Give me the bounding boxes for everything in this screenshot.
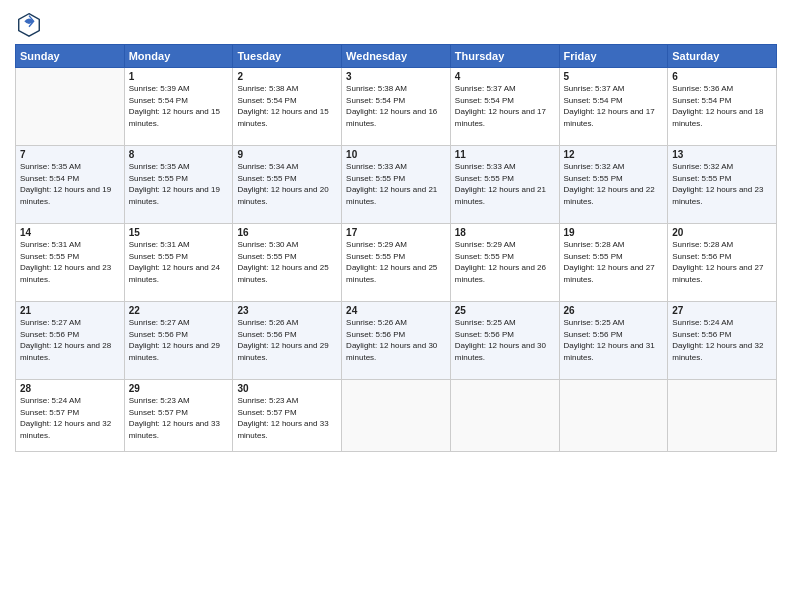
- day-number: 3: [346, 71, 446, 82]
- day-cell: 20Sunrise: 5:28 AMSunset: 5:56 PMDayligh…: [668, 224, 777, 302]
- day-number: 23: [237, 305, 337, 316]
- day-cell: 26Sunrise: 5:25 AMSunset: 5:56 PMDayligh…: [559, 302, 668, 380]
- day-number: 14: [20, 227, 120, 238]
- day-cell: 3Sunrise: 5:38 AMSunset: 5:54 PMDaylight…: [342, 68, 451, 146]
- day-info: Sunrise: 5:32 AMSunset: 5:55 PMDaylight:…: [564, 161, 664, 207]
- day-info: Sunrise: 5:35 AMSunset: 5:55 PMDaylight:…: [129, 161, 229, 207]
- day-info: Sunrise: 5:25 AMSunset: 5:56 PMDaylight:…: [564, 317, 664, 363]
- week-row-3: 14Sunrise: 5:31 AMSunset: 5:55 PMDayligh…: [16, 224, 777, 302]
- day-number: 11: [455, 149, 555, 160]
- logo-icon: [15, 10, 43, 38]
- day-number: 27: [672, 305, 772, 316]
- day-info: Sunrise: 5:23 AMSunset: 5:57 PMDaylight:…: [237, 395, 337, 441]
- calendar-header: SundayMondayTuesdayWednesdayThursdayFrid…: [16, 45, 777, 68]
- day-cell: 17Sunrise: 5:29 AMSunset: 5:55 PMDayligh…: [342, 224, 451, 302]
- day-info: Sunrise: 5:39 AMSunset: 5:54 PMDaylight:…: [129, 83, 229, 129]
- day-number: 26: [564, 305, 664, 316]
- day-info: Sunrise: 5:33 AMSunset: 5:55 PMDaylight:…: [455, 161, 555, 207]
- day-number: 4: [455, 71, 555, 82]
- calendar-body: 1Sunrise: 5:39 AMSunset: 5:54 PMDaylight…: [16, 68, 777, 452]
- weekday-header-monday: Monday: [124, 45, 233, 68]
- weekday-header-saturday: Saturday: [668, 45, 777, 68]
- day-info: Sunrise: 5:26 AMSunset: 5:56 PMDaylight:…: [237, 317, 337, 363]
- weekday-header-friday: Friday: [559, 45, 668, 68]
- day-info: Sunrise: 5:30 AMSunset: 5:55 PMDaylight:…: [237, 239, 337, 285]
- weekday-header-wednesday: Wednesday: [342, 45, 451, 68]
- day-cell: 30Sunrise: 5:23 AMSunset: 5:57 PMDayligh…: [233, 380, 342, 452]
- day-cell: 11Sunrise: 5:33 AMSunset: 5:55 PMDayligh…: [450, 146, 559, 224]
- day-cell: 29Sunrise: 5:23 AMSunset: 5:57 PMDayligh…: [124, 380, 233, 452]
- day-cell: 8Sunrise: 5:35 AMSunset: 5:55 PMDaylight…: [124, 146, 233, 224]
- day-cell: 9Sunrise: 5:34 AMSunset: 5:55 PMDaylight…: [233, 146, 342, 224]
- day-number: 13: [672, 149, 772, 160]
- day-cell: 14Sunrise: 5:31 AMSunset: 5:55 PMDayligh…: [16, 224, 125, 302]
- day-number: 12: [564, 149, 664, 160]
- day-cell: 5Sunrise: 5:37 AMSunset: 5:54 PMDaylight…: [559, 68, 668, 146]
- day-cell: 18Sunrise: 5:29 AMSunset: 5:55 PMDayligh…: [450, 224, 559, 302]
- day-info: Sunrise: 5:35 AMSunset: 5:54 PMDaylight:…: [20, 161, 120, 207]
- day-info: Sunrise: 5:31 AMSunset: 5:55 PMDaylight:…: [129, 239, 229, 285]
- day-number: 25: [455, 305, 555, 316]
- day-number: 16: [237, 227, 337, 238]
- day-number: 20: [672, 227, 772, 238]
- calendar-page: SundayMondayTuesdayWednesdayThursdayFrid…: [0, 0, 792, 612]
- day-cell: [16, 68, 125, 146]
- weekday-header-thursday: Thursday: [450, 45, 559, 68]
- day-info: Sunrise: 5:25 AMSunset: 5:56 PMDaylight:…: [455, 317, 555, 363]
- day-cell: 25Sunrise: 5:25 AMSunset: 5:56 PMDayligh…: [450, 302, 559, 380]
- page-header: [15, 10, 777, 38]
- day-info: Sunrise: 5:34 AMSunset: 5:55 PMDaylight:…: [237, 161, 337, 207]
- day-cell: [668, 380, 777, 452]
- day-number: 29: [129, 383, 229, 394]
- logo: [15, 10, 45, 38]
- day-cell: 22Sunrise: 5:27 AMSunset: 5:56 PMDayligh…: [124, 302, 233, 380]
- day-info: Sunrise: 5:33 AMSunset: 5:55 PMDaylight:…: [346, 161, 446, 207]
- day-number: 9: [237, 149, 337, 160]
- day-number: 15: [129, 227, 229, 238]
- day-info: Sunrise: 5:29 AMSunset: 5:55 PMDaylight:…: [346, 239, 446, 285]
- day-number: 22: [129, 305, 229, 316]
- day-number: 5: [564, 71, 664, 82]
- day-cell: 15Sunrise: 5:31 AMSunset: 5:55 PMDayligh…: [124, 224, 233, 302]
- day-cell: 1Sunrise: 5:39 AMSunset: 5:54 PMDaylight…: [124, 68, 233, 146]
- day-number: 2: [237, 71, 337, 82]
- day-info: Sunrise: 5:27 AMSunset: 5:56 PMDaylight:…: [20, 317, 120, 363]
- day-cell: 28Sunrise: 5:24 AMSunset: 5:57 PMDayligh…: [16, 380, 125, 452]
- day-cell: 7Sunrise: 5:35 AMSunset: 5:54 PMDaylight…: [16, 146, 125, 224]
- day-cell: 21Sunrise: 5:27 AMSunset: 5:56 PMDayligh…: [16, 302, 125, 380]
- day-info: Sunrise: 5:32 AMSunset: 5:55 PMDaylight:…: [672, 161, 772, 207]
- day-cell: 27Sunrise: 5:24 AMSunset: 5:56 PMDayligh…: [668, 302, 777, 380]
- day-info: Sunrise: 5:27 AMSunset: 5:56 PMDaylight:…: [129, 317, 229, 363]
- day-number: 17: [346, 227, 446, 238]
- day-info: Sunrise: 5:23 AMSunset: 5:57 PMDaylight:…: [129, 395, 229, 441]
- week-row-4: 21Sunrise: 5:27 AMSunset: 5:56 PMDayligh…: [16, 302, 777, 380]
- week-row-2: 7Sunrise: 5:35 AMSunset: 5:54 PMDaylight…: [16, 146, 777, 224]
- day-info: Sunrise: 5:28 AMSunset: 5:56 PMDaylight:…: [672, 239, 772, 285]
- day-info: Sunrise: 5:29 AMSunset: 5:55 PMDaylight:…: [455, 239, 555, 285]
- day-cell: 23Sunrise: 5:26 AMSunset: 5:56 PMDayligh…: [233, 302, 342, 380]
- day-cell: 4Sunrise: 5:37 AMSunset: 5:54 PMDaylight…: [450, 68, 559, 146]
- day-number: 30: [237, 383, 337, 394]
- day-info: Sunrise: 5:24 AMSunset: 5:56 PMDaylight:…: [672, 317, 772, 363]
- day-info: Sunrise: 5:24 AMSunset: 5:57 PMDaylight:…: [20, 395, 120, 441]
- day-number: 6: [672, 71, 772, 82]
- day-cell: 10Sunrise: 5:33 AMSunset: 5:55 PMDayligh…: [342, 146, 451, 224]
- day-cell: 6Sunrise: 5:36 AMSunset: 5:54 PMDaylight…: [668, 68, 777, 146]
- weekday-header-row: SundayMondayTuesdayWednesdayThursdayFrid…: [16, 45, 777, 68]
- day-number: 7: [20, 149, 120, 160]
- day-info: Sunrise: 5:36 AMSunset: 5:54 PMDaylight:…: [672, 83, 772, 129]
- day-info: Sunrise: 5:31 AMSunset: 5:55 PMDaylight:…: [20, 239, 120, 285]
- day-cell: 2Sunrise: 5:38 AMSunset: 5:54 PMDaylight…: [233, 68, 342, 146]
- weekday-header-tuesday: Tuesday: [233, 45, 342, 68]
- day-info: Sunrise: 5:28 AMSunset: 5:55 PMDaylight:…: [564, 239, 664, 285]
- day-cell: 24Sunrise: 5:26 AMSunset: 5:56 PMDayligh…: [342, 302, 451, 380]
- day-cell: 13Sunrise: 5:32 AMSunset: 5:55 PMDayligh…: [668, 146, 777, 224]
- day-number: 28: [20, 383, 120, 394]
- day-info: Sunrise: 5:38 AMSunset: 5:54 PMDaylight:…: [237, 83, 337, 129]
- day-info: Sunrise: 5:26 AMSunset: 5:56 PMDaylight:…: [346, 317, 446, 363]
- day-number: 1: [129, 71, 229, 82]
- day-cell: [559, 380, 668, 452]
- day-info: Sunrise: 5:38 AMSunset: 5:54 PMDaylight:…: [346, 83, 446, 129]
- day-info: Sunrise: 5:37 AMSunset: 5:54 PMDaylight:…: [455, 83, 555, 129]
- week-row-1: 1Sunrise: 5:39 AMSunset: 5:54 PMDaylight…: [16, 68, 777, 146]
